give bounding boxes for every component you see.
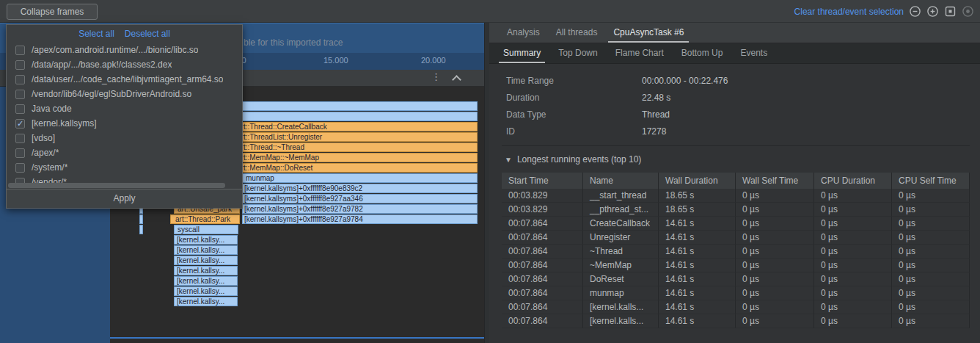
checkbox[interactable]: [15, 46, 25, 55]
table-row[interactable]: 00:07.864[kernel.kalls...14.61 s0 µs0 µs…: [502, 300, 970, 314]
filter-item[interactable]: /apex/com.android.runtime/.../bionic/lib…: [7, 43, 242, 57]
filter-item[interactable]: /data/app/.../base.apk!/classes2.dex: [7, 57, 242, 72]
apply-button[interactable]: Apply: [7, 189, 242, 208]
table-row[interactable]: 00:03.829__pthread_st...18.65 s0 µs0 µs0…: [502, 203, 970, 217]
checkbox[interactable]: [15, 148, 25, 158]
checkbox[interactable]: [15, 75, 25, 84]
flame-bar[interactable]: [kernel.kallsy...: [174, 245, 238, 255]
table-header-row: Start Time Name Wall Duration Wall Self …: [502, 173, 970, 189]
chevron-down-icon: ▼: [505, 156, 512, 164]
timeline-message: ble for this imported trace: [244, 37, 343, 48]
tick-label: 20.000: [421, 56, 446, 65]
longest-events-header[interactable]: ▼ Longest running events (top 10): [505, 153, 980, 166]
events-table: Start Time Name Wall Duration Wall Self …: [502, 173, 970, 328]
col-cpu-self-time[interactable]: CPU Self Time: [892, 173, 970, 189]
summary-row: ID17278: [506, 123, 980, 140]
pane-divider: [110, 337, 484, 339]
summary-row: Time Range00:00.000 - 00:22.476: [506, 73, 980, 90]
panel-splitter[interactable]: [484, 23, 489, 343]
analysis-subtabs: Summary Top Down Flame Chart Bottom Up E…: [489, 43, 980, 64]
reset-zoom-icon[interactable]: [944, 5, 957, 20]
select-all-link[interactable]: Select all: [78, 29, 114, 39]
checkbox[interactable]: ✓: [15, 119, 25, 129]
col-wall-self-time[interactable]: Wall Self Time: [736, 173, 814, 189]
summary-row: Data TypeThread: [506, 106, 980, 123]
more-options-icon[interactable]: ⋮: [431, 71, 441, 82]
filter-item[interactable]: /data/user/.../code_cache/libjvmtiagent_…: [7, 72, 242, 87]
deselect-all-link[interactable]: Deselect all: [125, 29, 170, 39]
subtab-top-down[interactable]: Top Down: [549, 43, 606, 63]
checkbox[interactable]: [15, 60, 25, 70]
section-divider: [502, 145, 970, 146]
details-panel: Analysis All threads CpuAsyncTask #6 Sum…: [489, 23, 980, 343]
flame-bar[interactable]: [kernel.kallsy...: [174, 276, 238, 286]
checkbox[interactable]: [15, 104, 25, 114]
zoom-out-icon[interactable]: [909, 5, 921, 20]
table-row[interactable]: 00:07.864~Thread14.61 s0 µs0 µs0 µs: [502, 245, 970, 259]
tab-analysis[interactable]: Analysis: [499, 23, 548, 43]
flame-bar[interactable]: [kernel.kallsy...: [174, 235, 238, 245]
table-row[interactable]: 00:07.864[kernel.kalls...14.61 s0 µs0 µs…: [502, 314, 970, 328]
table-row[interactable]: 00:07.864~MemMap14.61 s0 µs0 µs0 µs: [502, 259, 970, 272]
zoom-to-selection-icon[interactable]: [962, 5, 974, 20]
subtab-flame-chart[interactable]: Flame Chart: [607, 43, 673, 63]
table-row[interactable]: 00:07.864munmap14.61 s0 µs0 µs0 µs: [502, 286, 970, 300]
zoom-controls: [909, 5, 974, 20]
collapse-frames-button[interactable]: Collapse frames: [7, 4, 98, 20]
top-toolbar: Clear thread/event selection: [0, 0, 980, 23]
checkbox[interactable]: [15, 134, 25, 143]
summary-row: Duration22.48 s: [506, 90, 980, 106]
tab-all-threads[interactable]: All threads: [548, 23, 606, 43]
filter-item[interactable]: /apex/*: [7, 145, 242, 160]
subtab-bottom-up[interactable]: Bottom Up: [673, 43, 732, 63]
frames-filter-popup: Select allDeselect all /apex/com.android…: [6, 24, 243, 209]
profiler-window: Clear thread/event selection ble for thi…: [0, 0, 980, 343]
subtab-summary[interactable]: Summary: [494, 43, 549, 63]
checkbox[interactable]: [15, 163, 25, 173]
popup-header: Select allDeselect all: [7, 25, 242, 43]
flame-bar[interactable]: [kernel.kallsy...: [174, 297, 238, 306]
tab-cpuasynctask[interactable]: CpuAsyncTask #6: [605, 23, 692, 43]
flame-bar[interactable]: [kernel.kallsy...: [174, 286, 238, 296]
filter-item[interactable]: /vendor/lib64/egl/eglSubDriverAndroid.so: [7, 87, 242, 101]
filter-item[interactable]: [vdso]: [7, 131, 242, 145]
flame-bar[interactable]: [kernel.kallsy...: [174, 266, 238, 275]
table-row[interactable]: 00:07.864DoReset14.61 s0 µs0 µs0 µs: [502, 272, 970, 286]
filter-item[interactable]: ✓[kernel.kallsyms]: [7, 116, 242, 131]
tick-label: 15.000: [323, 56, 348, 65]
flame-bar[interactable]: art::Thread::Park: [170, 214, 240, 224]
subtab-events[interactable]: Events: [731, 43, 776, 63]
table-row[interactable]: 00:07.864Unregister14.61 s0 µs0 µs0 µs: [502, 231, 970, 245]
flame-bar[interactable]: [139, 225, 143, 234]
flame-bar[interactable]: syscall: [174, 225, 238, 234]
clear-selection-link[interactable]: Clear thread/event selection: [794, 7, 904, 17]
filter-item[interactable]: /system/*: [7, 160, 242, 175]
col-start-time[interactable]: Start Time: [502, 173, 583, 189]
flame-bar[interactable]: [kernel.kallsyms]+0xffffff8e927a9784: [242, 214, 478, 224]
flame-bar[interactable]: [kernel.kallsy...: [174, 256, 238, 265]
flame-bar[interactable]: [kernel.kallsyms]+0xffffff8e927a9782: [242, 204, 478, 214]
filter-item[interactable]: Java code: [7, 101, 242, 116]
col-cpu-duration[interactable]: CPU Duration: [814, 173, 892, 189]
checkbox[interactable]: [15, 90, 25, 99]
summary-section: Time Range00:00.000 - 00:22.476 Duration…: [489, 64, 980, 140]
table-row[interactable]: 00:07.864CreateCallback14.61 s0 µs0 µs0 …: [502, 217, 970, 231]
col-name[interactable]: Name: [583, 173, 659, 189]
section-title: Longest running events (top 10): [517, 154, 641, 165]
flame-bar[interactable]: [139, 214, 143, 224]
thread-tabs: Analysis All threads CpuAsyncTask #6: [489, 23, 980, 43]
collapse-track-icon[interactable]: [452, 75, 461, 84]
horizontal-scrollbar[interactable]: [8, 183, 225, 188]
table-row[interactable]: 00:03.829__start_thread18.65 s0 µs0 µs0 …: [502, 189, 970, 203]
col-wall-duration[interactable]: Wall Duration: [659, 173, 736, 189]
zoom-in-icon[interactable]: [926, 5, 939, 20]
